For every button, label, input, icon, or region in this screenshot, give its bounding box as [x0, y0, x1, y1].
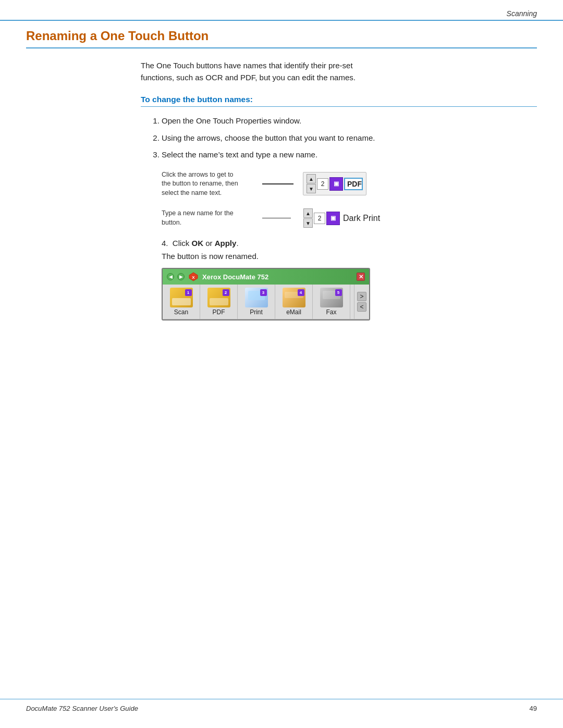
arrow-controls: ▲ ▼	[307, 174, 316, 193]
scanner-nav: > <	[354, 285, 369, 319]
nav-up-arrow[interactable]: >	[357, 292, 366, 301]
fax-button-item[interactable]: 5 Fax	[313, 285, 350, 319]
svg-text:X: X	[192, 275, 195, 280]
fax-icon: 5	[320, 288, 343, 307]
step-3: Select the name’s text and type a new na…	[162, 149, 537, 161]
button-number-2: 2	[314, 213, 325, 224]
section-heading: To change the button names:	[141, 95, 537, 107]
footer-page-number: 49	[530, 705, 537, 712]
titlebar-fwd-btn[interactable]: ▶	[177, 273, 185, 280]
up-arrow-btn[interactable]: ▲	[307, 174, 316, 183]
titlebar-back-btn[interactable]: ◀	[167, 273, 174, 280]
diagram-2-caption: Type a new name for the button.	[162, 209, 253, 227]
scan-icon: 1	[170, 288, 193, 307]
step-4-result: The button is now renamed.	[162, 252, 537, 261]
intro-text-line1: The One Touch buttons have names that id…	[141, 61, 353, 70]
scan-corner-badge: 1	[185, 289, 192, 296]
pdf-icon-box: ▣	[329, 177, 343, 191]
pdf-icon: 2	[207, 288, 230, 307]
pdf-corner-badge: 2	[223, 289, 229, 296]
arrow-controls-2: ▲ ▼	[303, 208, 313, 228]
diagram-1: Click the arrows to get to the button to…	[162, 170, 537, 198]
print-label: Print	[250, 309, 263, 316]
pdf-text-field[interactable]: PDF	[344, 178, 363, 190]
close-button[interactable]: ✕	[357, 273, 365, 281]
step-4-text: 4. Click OK or Apply.	[162, 239, 537, 248]
steps-list: Open the One Touch Properties window. Us…	[162, 115, 537, 161]
xerox-icon: X	[188, 271, 199, 282]
email-button-item[interactable]: 4 eMail	[275, 285, 313, 319]
email-label: eMail	[286, 309, 301, 316]
diagram-1-line	[262, 183, 293, 184]
scan-button-item[interactable]: 1 Scan	[163, 285, 200, 319]
email-corner-badge: 4	[298, 289, 304, 296]
dark-print-text: Dark Print	[343, 214, 380, 223]
header-section-label: Scanning	[507, 9, 537, 18]
fax-label: Fax	[326, 309, 336, 316]
print-corner-badge: 3	[260, 289, 267, 296]
down-arrow-btn[interactable]: ▼	[307, 184, 316, 193]
page-title: Renaming a One Touch Button	[26, 29, 537, 48]
button-number: 2	[317, 178, 328, 190]
nav-down-arrow[interactable]: <	[357, 302, 366, 312]
main-content: Renaming a One Touch Button The One Touc…	[26, 29, 537, 320]
diagram-2-line	[262, 218, 291, 219]
scanner-titlebar: ◀ ▶ X Xerox DocuMate 752 ✕	[163, 269, 369, 285]
scanner-buttons-row: 1 Scan 2 PDF 3 Print	[163, 285, 369, 319]
pdf-label: PDF	[213, 309, 225, 316]
header-rule	[0, 20, 563, 21]
diagram-2: Type a new name for the button. ▲ ▼ 2 ▣ …	[162, 207, 537, 229]
fax-corner-badge: 5	[335, 289, 342, 296]
email-icon: 4	[283, 288, 305, 307]
scanner-window-title: Xerox DocuMate 752	[202, 273, 353, 281]
step-1: Open the One Touch Properties window.	[162, 115, 537, 127]
intro-paragraph: The One Touch buttons have names that id…	[141, 60, 537, 83]
down-arrow-btn-2[interactable]: ▼	[303, 218, 313, 228]
up-arrow-btn-2[interactable]: ▲	[303, 208, 313, 218]
scanner-window: ◀ ▶ X Xerox DocuMate 752 ✕ 1 Scan	[162, 268, 370, 320]
intro-text-line2: functions, such as OCR and PDF, but you …	[141, 73, 356, 82]
footer-rule	[0, 699, 563, 700]
diagram-1-caption: Click the arrows to get to the button to…	[162, 170, 253, 198]
step-2: Using the arrows, choose the button that…	[162, 132, 537, 144]
print-icon: 3	[245, 288, 268, 307]
print-button-item[interactable]: 3 Print	[238, 285, 275, 319]
pdf-button-item[interactable]: 2 PDF	[200, 285, 238, 319]
dark-print-icon-box: ▣	[326, 212, 340, 225]
scan-label: Scan	[174, 309, 188, 316]
footer-left-label: DocuMate 752 Scanner User's Guide	[26, 705, 138, 712]
